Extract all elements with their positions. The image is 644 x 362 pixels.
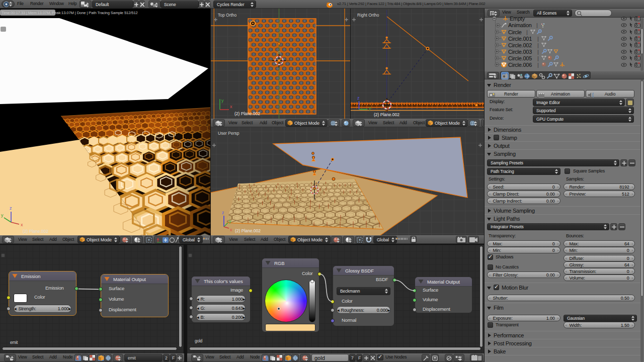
svg-text:x: x — [230, 227, 232, 232]
svg-text:z: z — [357, 96, 360, 101]
svg-text:z: z — [10, 206, 12, 211]
svg-text:(2) Plane.002: (2) Plane.002 — [374, 112, 399, 117]
svg-text:y: y — [221, 98, 224, 103]
svg-text:Time:00:17.33 | Mem:13.07M, Pe: Time:00:17.33 | Mem:13.07M, Peak:13.07M … — [2, 11, 138, 15]
svg-text:(2) Plane.002: (2) Plane.002 — [234, 111, 260, 116]
svg-text:User Persp: User Persp — [218, 131, 239, 136]
svg-text:x: x — [21, 222, 23, 227]
svg-text:(2) Plane.002: (2) Plane.002 — [235, 228, 261, 233]
svg-text:y: y — [369, 106, 371, 111]
svg-text:x: x — [230, 104, 232, 109]
svg-text:(2) Plane.002: (2) Plane.002 — [23, 229, 48, 234]
svg-text:Top Ortho: Top Ortho — [218, 13, 237, 18]
svg-text:y: y — [229, 219, 231, 224]
svg-text:z: z — [222, 210, 224, 215]
svg-text:Right Ortho: Right Ortho — [357, 13, 379, 18]
svg-text:y: y — [1, 213, 4, 218]
